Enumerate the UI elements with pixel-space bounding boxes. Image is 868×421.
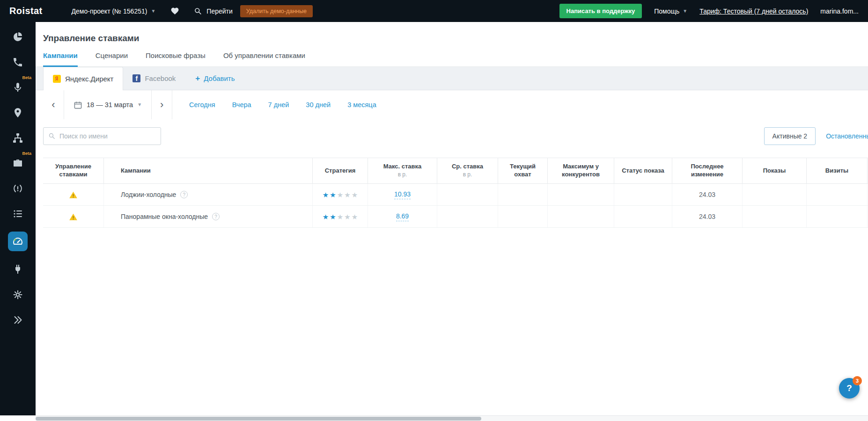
channel-tabs: Яндекс.Директ f Facebook + Добавить xyxy=(36,67,868,90)
horizontal-scrollbar xyxy=(36,415,868,421)
roistat-logo[interactable]: Roistat xyxy=(9,6,43,16)
checklist-icon xyxy=(12,208,23,219)
sidebar-item-integrations[interactable] xyxy=(8,131,28,145)
calendar-icon xyxy=(74,101,82,109)
campaigns-table: Управление ставками Кампании Стратегия М… xyxy=(43,158,868,228)
tab-about-bid-management[interactable]: Об управлении ставками xyxy=(223,51,305,66)
speedometer-icon xyxy=(12,236,23,247)
last-change-cell: 24.03 xyxy=(672,184,743,205)
sidebar-item-analytics[interactable] xyxy=(8,29,28,44)
col-header-current-reach: Текущий охват xyxy=(498,158,548,183)
date-prev-button[interactable]: ‹ xyxy=(43,90,64,119)
phone-icon xyxy=(12,57,23,68)
date-next-button[interactable]: › xyxy=(152,90,172,119)
strategy-stars[interactable]: ★★★★★ xyxy=(323,191,358,198)
max-bid-cell: 8.69 xyxy=(368,206,437,227)
user-menu[interactable]: marina.fom... xyxy=(820,7,859,15)
beta-badge: Beta xyxy=(22,151,31,156)
heart-icon[interactable] xyxy=(170,7,179,15)
max-bid-value[interactable]: 8.69 xyxy=(396,212,409,221)
preset-today[interactable]: Сегодня xyxy=(189,101,215,109)
sidebar-item-lead-catcher[interactable] xyxy=(8,105,28,120)
preset-3-months[interactable]: 3 месяца xyxy=(347,101,376,109)
sidebar-item-connections[interactable] xyxy=(8,262,28,276)
plus-icon: + xyxy=(195,74,200,83)
filter-stopped-button[interactable]: Остановленные xyxy=(826,132,868,140)
warning-cell xyxy=(43,206,104,227)
topbar: Roistat Демо-проект (№ 156251) ▼ Перейти… xyxy=(0,0,868,22)
strategy-stars[interactable]: ★★★★★ xyxy=(323,213,358,220)
warning-icon[interactable] xyxy=(69,190,78,199)
briefcase-icon xyxy=(12,158,23,169)
max-bid-value[interactable]: 10.93 xyxy=(394,190,411,199)
chevron-down-icon: ▼ xyxy=(151,9,155,14)
beta-badge: Beta xyxy=(22,75,31,80)
gear-icon xyxy=(12,289,23,300)
reach-cell xyxy=(498,206,548,227)
sidebar: Beta Beta xyxy=(0,22,36,415)
sidebar-item-speech-analytics[interactable]: Beta xyxy=(8,80,28,94)
col-header-last-change: Последнее изменение xyxy=(672,158,743,183)
channel-tab-facebook[interactable]: f Facebook xyxy=(123,67,185,90)
campaign-cell: Панорамные окна-холодные ? xyxy=(104,206,313,227)
campaign-cell: Лоджии-холодные ? xyxy=(104,184,313,205)
sidebar-item-calls[interactable] xyxy=(8,55,28,69)
col-header-show-status: Статус показа xyxy=(614,158,672,183)
col-header-bid-management: Управление ставками xyxy=(43,158,104,183)
filter-row: Активные 2 Остановленные xyxy=(43,127,868,145)
preset-yesterday[interactable]: Вчера xyxy=(232,101,251,109)
delete-demo-data-button[interactable]: Удалить демо-данные xyxy=(240,5,313,17)
pie-chart-icon xyxy=(12,31,23,43)
tab-scenarios[interactable]: Сценарии xyxy=(96,51,128,66)
help-fab-button[interactable]: ? 3 xyxy=(839,378,860,399)
question-mark-icon: ? xyxy=(846,383,852,393)
yandex-direct-icon xyxy=(53,75,61,83)
date-range-label: 18 — 31 марта xyxy=(87,101,133,109)
double-chevron-right-icon xyxy=(12,314,23,326)
search-icon xyxy=(193,7,202,15)
add-channel-label: Добавить xyxy=(204,74,235,82)
competitors-max-cell xyxy=(548,184,614,205)
help-circle-icon[interactable]: ? xyxy=(180,191,188,198)
page-title: Управление ставками xyxy=(36,22,868,44)
facebook-icon: f xyxy=(132,74,140,82)
sidebar-item-tasks[interactable] xyxy=(8,206,28,221)
main-content: Управление ставками Кампании Сценарии По… xyxy=(36,22,868,228)
notification-badge: 3 xyxy=(853,376,862,385)
avg-bid-cell xyxy=(437,184,498,205)
page-tabs: Кампании Сценарии Поисковые фразы Об упр… xyxy=(36,51,868,67)
sidebar-item-settings[interactable] xyxy=(8,287,28,302)
sidebar-expand[interactable] xyxy=(8,312,28,327)
project-selector-label: Демо-проект (№ 156251) xyxy=(72,7,147,15)
sidebar-item-alerts[interactable] xyxy=(8,181,28,196)
chevron-down-icon: ▼ xyxy=(683,9,687,14)
strategy-cell: ★★★★★ xyxy=(313,206,368,227)
sidebar-item-vacancies[interactable]: Beta xyxy=(8,156,28,170)
col-header-max-bid: Макс. ставкав р. xyxy=(368,158,437,183)
help-menu[interactable]: Помощь ▼ xyxy=(654,7,687,15)
help-menu-label: Помощь xyxy=(654,7,679,15)
sidebar-item-bid-management[interactable] xyxy=(8,232,28,251)
tariff-link[interactable]: Тариф: Тестовый (7 дней осталось) xyxy=(699,7,808,15)
impressions-cell xyxy=(743,184,807,205)
global-search[interactable]: Перейти xyxy=(193,7,232,15)
tab-search-phrases[interactable]: Поисковые фразы xyxy=(146,51,206,66)
preset-7-days[interactable]: 7 дней xyxy=(268,101,289,109)
tab-campaigns[interactable]: Кампании xyxy=(43,51,78,67)
filter-active-button[interactable]: Активные 2 xyxy=(764,127,816,145)
col-header-avg-bid: Ср. ставкав р. xyxy=(437,158,498,183)
add-channel-button[interactable]: + Добавить xyxy=(185,67,245,90)
support-button[interactable]: Написать в поддержку xyxy=(559,4,642,18)
preset-30-days[interactable]: 30 дней xyxy=(306,101,331,109)
help-circle-icon[interactable]: ? xyxy=(212,213,220,220)
search-by-name-input[interactable] xyxy=(43,127,161,145)
channel-tab-yandex-direct[interactable]: Яндекс.Директ xyxy=(43,67,123,90)
project-selector[interactable]: Демо-проект (№ 156251) ▼ xyxy=(72,7,156,15)
warning-icon[interactable] xyxy=(69,212,78,221)
search-box xyxy=(43,127,161,145)
table-header-row: Управление ставками Кампании Стратегия М… xyxy=(43,158,868,184)
col-header-impressions: Показы xyxy=(743,158,807,183)
date-range-picker[interactable]: 18 — 31 марта ▼ xyxy=(64,90,152,119)
max-bid-cell: 10.93 xyxy=(368,184,437,205)
scrollbar-thumb[interactable] xyxy=(36,417,481,421)
